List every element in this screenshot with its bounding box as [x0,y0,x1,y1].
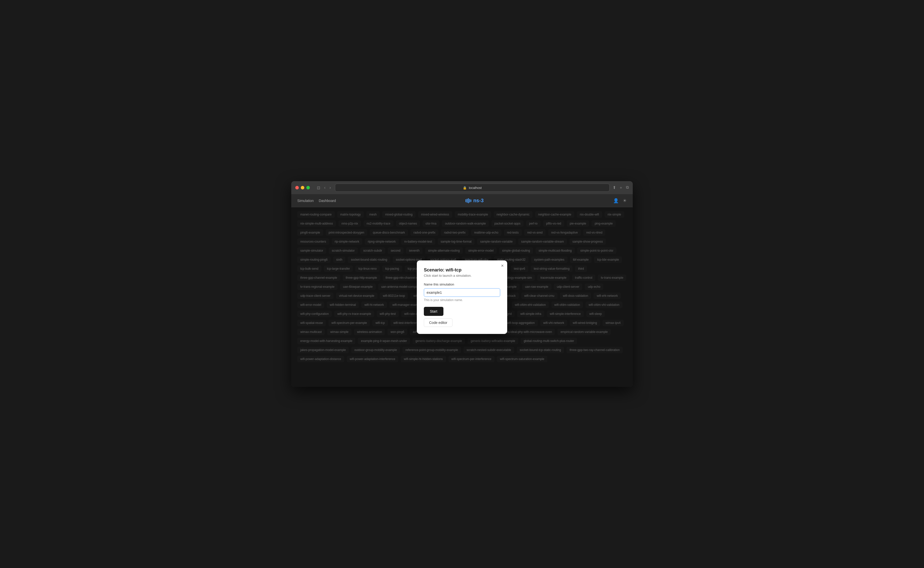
header-icons: 👤 ☀ [613,198,627,204]
brand-bar-1 [465,199,466,202]
brand-name: ns-3 [473,198,483,204]
user-icon[interactable]: 👤 [613,198,619,204]
forward-button[interactable]: › [329,184,332,191]
new-tab-icon[interactable]: ＋ [619,185,623,190]
modal-title: Scenario: wifi-tcp [424,267,500,273]
lock-icon: 🔒 [463,186,467,190]
scenarios-area: manet-routing-comparematrix-topologymesh… [291,207,633,387]
back-button[interactable]: ‹ [323,184,326,191]
modal-overlay: × Scenario: wifi-tcp Click start to laun… [291,207,633,387]
browser-window: ⊡ ‹ › 🔒 localhost ⬆ ＋ ⧉ Simulation Dashb… [291,181,633,387]
nav-links: Simulation Dashboard [297,199,336,203]
brand-icon [465,198,471,203]
modal-name-label: Name this simulation [424,282,500,286]
share-icon[interactable]: ⬆ [613,185,616,190]
nav-simulation[interactable]: Simulation [297,199,314,203]
simulation-name-input[interactable] [424,288,500,297]
minimize-window-button[interactable] [301,186,304,189]
modal-subtitle: Click start to launch a simulation. [424,274,500,278]
close-window-button[interactable] [295,186,299,189]
brand-bar-5 [471,199,471,202]
brand: ns-3 [465,198,483,204]
app-content: Simulation Dashboard ns-3 👤 ☀ [291,194,633,387]
tabs-icon[interactable]: ⧉ [626,185,629,190]
settings-icon[interactable]: ☀ [623,198,627,204]
app-header: Simulation Dashboard ns-3 👤 ☀ [291,194,633,207]
start-button[interactable]: Start [424,307,444,316]
traffic-lights [295,186,310,189]
sidebar-toggle-button[interactable]: ⊡ [316,184,321,191]
brand-bar-3 [468,198,469,203]
browser-titlebar: ⊡ ‹ › 🔒 localhost ⬆ ＋ ⧉ [291,181,633,194]
browser-controls: ⊡ ‹ › [316,184,332,191]
code-editor-button[interactable]: Code editor [424,318,453,327]
modal-close-button[interactable]: × [501,263,504,268]
modal-hint: This is your simulation name. [424,298,500,302]
nav-dashboard[interactable]: Dashboard [319,199,336,203]
modal-dialog: × Scenario: wifi-tcp Click start to laun… [417,260,507,334]
url-text: localhost [469,186,482,190]
browser-actions: ⬆ ＋ ⧉ [613,185,629,190]
address-bar[interactable]: 🔒 localhost [335,184,610,192]
brand-bar-2 [467,199,468,203]
brand-bar-4 [469,199,470,202]
maximize-window-button[interactable] [306,186,310,189]
